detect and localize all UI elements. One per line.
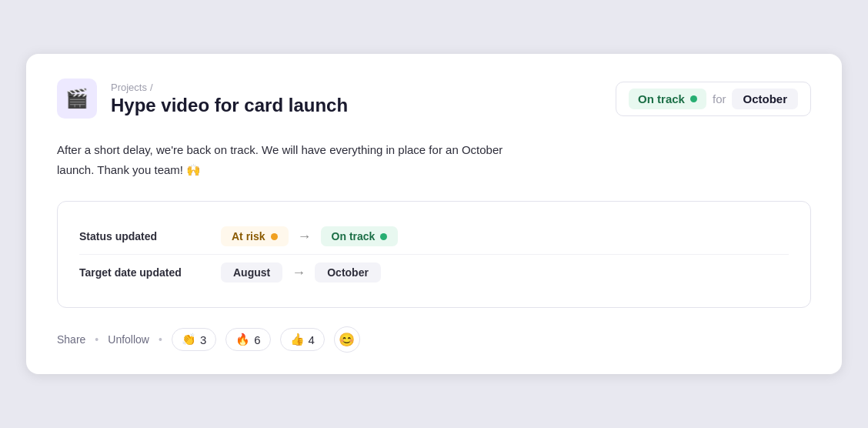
card-header: 🎬 Projects / Hype video for card launch … [57,79,811,119]
page-title: Hype video for card launch [111,95,348,116]
on-track-label: On track [638,92,685,105]
thumbsup-emoji: 👍 [290,333,305,346]
clap-emoji: 👏 [182,333,196,346]
add-reaction-button[interactable]: 😊 [334,326,360,353]
breadcrumb-projects[interactable]: Projects [111,82,147,93]
august-badge: August [221,262,282,283]
for-text: for [713,92,726,105]
status-updated-label: Status updated [79,230,202,242]
orange-dot-icon [271,233,278,240]
on-track-sm-label: On track [332,230,376,242]
status-pill-group: On track for October [616,82,811,116]
unfollow-button[interactable]: Unfollow [108,333,149,346]
october-badge: October [732,89,798,109]
reaction-fire[interactable]: 🔥 6 [225,328,270,351]
breadcrumb: Projects / [111,82,348,93]
at-risk-badge: At risk [221,226,289,246]
at-risk-label: At risk [232,230,265,242]
green-dot-icon [690,95,697,102]
status-updated-row: Status updated At risk → On track [79,219,789,254]
main-card: 🎬 Projects / Hype video for card launch … [26,54,842,374]
october-date-badge: October [315,262,381,283]
status-box: Status updated At risk → On track Target… [57,201,811,308]
smiley-icon: 😊 [339,332,355,348]
green-dot-sm-icon [380,233,387,240]
film-icon: 🎬 [65,88,88,109]
footer-dot-1: • [95,333,98,346]
project-icon: 🎬 [57,79,97,119]
breadcrumb-separator: / [150,82,153,93]
footer-dot-2: • [159,333,162,346]
status-arrow: → [298,229,312,245]
on-track-badge-sm: On track [321,226,399,246]
on-track-badge: On track [629,89,706,109]
thumbsup-count: 4 [309,333,315,346]
fire-emoji: 🔥 [235,333,250,346]
reaction-thumbs-up[interactable]: 👍 4 [280,328,325,351]
reaction-clap[interactable]: 👏 3 [172,328,216,351]
clap-count: 3 [200,333,206,346]
footer: Share • Unfollow • 👏 3 🔥 6 👍 4 😊 [57,326,811,353]
target-date-row: Target date updated August → October [79,254,789,290]
header-left: 🎬 Projects / Hype video for card launch [57,79,348,119]
body-text: After a short delay, we're back on track… [57,140,534,179]
date-arrow: → [292,265,305,281]
target-date-label: Target date updated [79,266,202,279]
fire-count: 6 [254,333,260,346]
header-text: Projects / Hype video for card launch [111,82,348,116]
share-button[interactable]: Share [57,333,85,346]
